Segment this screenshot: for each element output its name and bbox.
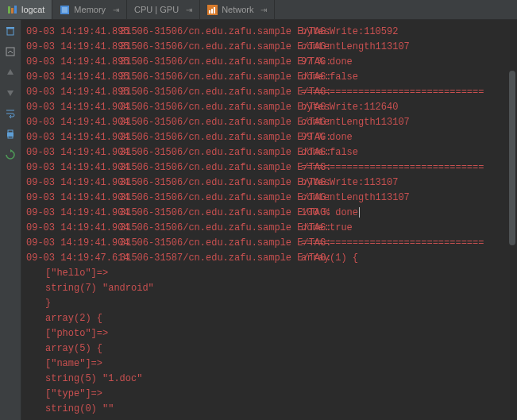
tab-cpu-gpu[interactable]: CPU | GPU⇥: [127, 0, 200, 19]
pin-icon: ⇥: [260, 6, 267, 14]
log-timestamp: 09-03 14:19:41.904: [26, 160, 120, 175]
svg-rect-4: [62, 7, 68, 13]
log-line: }: [26, 296, 517, 311]
log-line: 09-03 14:19:41.89531506-31506/cn.edu.zaf…: [26, 70, 517, 85]
log-timestamp: 09-03 14:19:41.904: [26, 191, 120, 206]
tab-network[interactable]: Network⇥: [200, 0, 275, 19]
log-line: 09-03 14:19:41.90431506-31506/cn.edu.zaf…: [26, 175, 517, 191]
logcat-output[interactable]: 09-03 14:19:41.89531506-31506/cn.edu.zaf…: [21, 20, 517, 420]
pin-icon: ⇥: [186, 6, 192, 14]
log-source: 31506-31506/cn.edu.zafu.sample E/TAG:: [120, 85, 301, 100]
log-timestamp: 09-03 14:19:41.895: [26, 85, 120, 100]
print-icon[interactable]: [4, 128, 17, 141]
log-line: string(0) "": [26, 402, 517, 417]
svg-rect-11: [6, 48, 14, 56]
gutter-toolbar: [0, 20, 21, 420]
log-message: string(7) "android": [45, 283, 154, 294]
tab-label: logcat: [21, 5, 44, 14]
tab-label: Memory: [74, 5, 106, 14]
log-timestamp: 09-03 14:19:41.904: [26, 221, 120, 236]
scroll-end-icon[interactable]: [4, 45, 17, 58]
log-source: 31506-31506/cn.edu.zafu.sample E/TAG:: [120, 100, 301, 115]
log-source: 31506-31506/cn.edu.zafu.sample E/TAG:: [120, 40, 301, 55]
log-source: 31506-31506/cn.edu.zafu.sample E/TAG:: [120, 236, 301, 251]
log-message: }: [45, 298, 51, 309]
log-line: 09-03 14:19:47.61431506-31587/cn.edu.zaf…: [26, 251, 517, 266]
svg-rect-6: [209, 10, 210, 13]
log-message: array(5) {: [45, 343, 102, 354]
log-line: 09-03 14:19:41.89531506-31506/cn.edu.zaf…: [26, 25, 517, 40]
log-message: contentLength113107: [301, 192, 410, 203]
vertical-scrollbar[interactable]: [509, 23, 515, 417]
log-source: 31506-31506/cn.edu.zafu.sample E/TAG:: [120, 175, 301, 191]
log-source: 31506-31506/cn.edu.zafu.sample E/TAG:: [120, 130, 301, 145]
log-line: ["name"]=>: [26, 356, 517, 372]
log-message: contentLength113107: [301, 41, 410, 52]
log-timestamp: 09-03 14:19:41.904: [26, 130, 120, 145]
scrollbar-thumb[interactable]: [509, 71, 515, 245]
log-timestamp: 09-03 14:19:41.904: [26, 115, 120, 130]
tab-logcat[interactable]: logcat: [0, 0, 52, 19]
log-line: 09-03 14:19:41.90431506-31506/cn.edu.zaf…: [26, 221, 517, 236]
log-message: contentLength113107: [301, 117, 410, 128]
log-line: array(2) {: [26, 311, 517, 326]
log-message: 97 % done: [301, 56, 353, 67]
svg-rect-7: [211, 9, 213, 13]
log-timestamp: 09-03 14:19:41.895: [26, 25, 120, 40]
log-message: bytesWrite:113107: [301, 177, 398, 188]
log-message: ["type"]=>: [45, 388, 102, 399]
log-line: 09-03 14:19:41.90431506-31506/cn.edu.zaf…: [26, 100, 517, 115]
svg-rect-0: [8, 6, 10, 13]
log-line: string(5) "1.doc": [26, 372, 517, 387]
log-timestamp: 09-03 14:19:41.904: [26, 100, 120, 115]
restart-icon[interactable]: [4, 148, 17, 161]
log-line: 09-03 14:19:41.89531506-31506/cn.edu.zaf…: [26, 55, 517, 70]
svg-rect-13: [8, 130, 13, 133]
log-line: 09-03 14:19:41.90431506-31506/cn.edu.zaf…: [26, 130, 517, 145]
log-source: 31506-31506/cn.edu.zafu.sample E/TAG:: [120, 160, 301, 175]
log-message: ================================: [301, 87, 484, 98]
trash-icon[interactable]: [4, 25, 17, 37]
log-message: ================================: [301, 162, 484, 173]
log-timestamp: 09-03 14:19:41.895: [26, 40, 120, 55]
log-message: ["photo"]=>: [45, 328, 108, 339]
logcat-icon: [7, 5, 17, 15]
log-timestamp: 09-03 14:19:41.895: [26, 70, 120, 85]
log-message: string(5) "1.doc": [45, 373, 142, 384]
tab-memory[interactable]: Memory⇥: [52, 0, 127, 19]
log-message: bytesWrite:110592: [301, 26, 398, 37]
log-line: 09-03 14:19:41.90431506-31506/cn.edu.zaf…: [26, 115, 517, 130]
log-timestamp: 09-03 14:19:41.895: [26, 55, 120, 70]
log-line: 09-03 14:19:41.90431506-31506/cn.edu.zaf…: [26, 236, 517, 251]
log-message: array(1) {: [301, 252, 358, 264]
log-line: 09-03 14:19:41.90431506-31506/cn.edu.zaf…: [26, 160, 517, 175]
log-line: ["hello"]=>: [26, 266, 517, 281]
log-line: ["photo"]=>: [26, 326, 517, 341]
pin-icon: ⇥: [113, 6, 119, 14]
log-message: done:false: [301, 147, 358, 158]
log-line: array(5) {: [26, 341, 517, 356]
workarea: 09-03 14:19:41.89531506-31506/cn.edu.zaf…: [0, 20, 517, 420]
svg-rect-1: [11, 8, 14, 13]
up-arrow-icon[interactable]: [4, 66, 17, 79]
log-line: 09-03 14:19:41.89531506-31506/cn.edu.zaf…: [26, 40, 517, 55]
log-line: 09-03 14:19:41.89531506-31506/cn.edu.zaf…: [26, 85, 517, 100]
log-message: 99 % done: [301, 132, 353, 143]
log-line: 09-03 14:19:41.90431506-31506/cn.edu.zaf…: [26, 206, 517, 221]
svg-rect-14: [8, 136, 13, 138]
down-arrow-icon[interactable]: [4, 87, 17, 99]
log-message: 100 % done: [301, 207, 358, 218]
log-source: 31506-31587/cn.edu.zafu.sample E/TAG:: [120, 251, 301, 266]
svg-rect-8: [214, 7, 215, 13]
log-line: ["type"]=>: [26, 387, 517, 402]
log-line: 09-03 14:19:41.90431506-31506/cn.edu.zaf…: [26, 145, 517, 160]
log-message: array(2) {: [45, 313, 102, 324]
svg-rect-10: [6, 27, 14, 29]
text-cursor: [359, 207, 360, 218]
network-icon: [207, 5, 218, 15]
wrap-icon[interactable]: [4, 107, 17, 120]
memory-icon: [60, 5, 70, 15]
log-message: string(0) "": [45, 403, 114, 414]
tool-window: logcatMemory⇥CPU | GPU⇥Network⇥ 09-03 14…: [0, 0, 517, 420]
log-source: 31506-31506/cn.edu.zafu.sample E/TAG:: [120, 25, 301, 40]
